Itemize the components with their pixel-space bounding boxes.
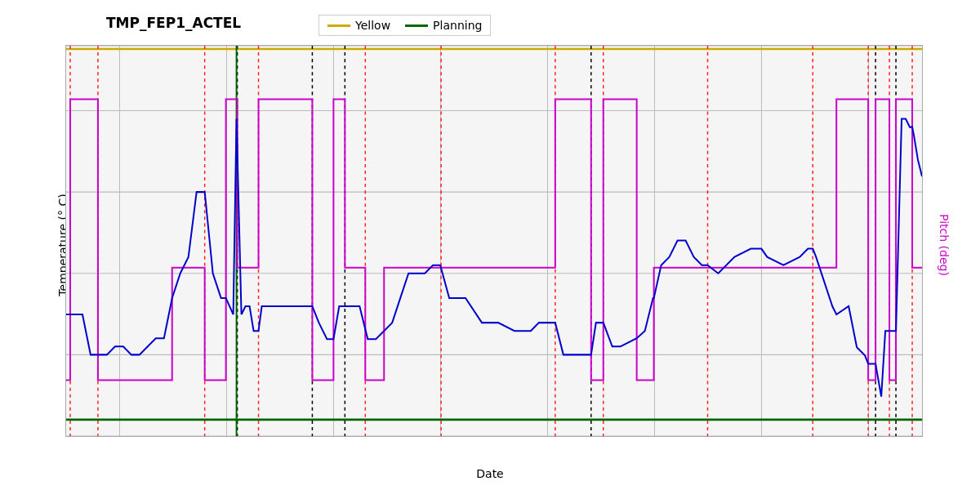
chart-svg	[66, 46, 922, 436]
y-axis-right-label: Pitch (deg)	[938, 214, 951, 276]
legend-yellow: Yellow	[327, 19, 390, 32]
chart-container: TMP_FEP1_ACTEL Yellow Planning Temperatu…	[0, 0, 980, 490]
planning-label: Planning	[433, 19, 482, 32]
yellow-line-icon	[327, 24, 350, 27]
yellow-label: Yellow	[355, 19, 390, 32]
x-axis-label: Date	[476, 467, 503, 480]
planning-line-icon	[405, 24, 428, 27]
legend: Yellow Planning	[318, 15, 491, 36]
chart-title: TMP_FEP1_ACTEL	[106, 15, 241, 31]
legend-planning: Planning	[405, 19, 482, 32]
svg-rect-0	[66, 46, 922, 436]
plot-area: 0 10 20 30 40 40 60 80 100 120 140 160 1…	[65, 45, 923, 437]
